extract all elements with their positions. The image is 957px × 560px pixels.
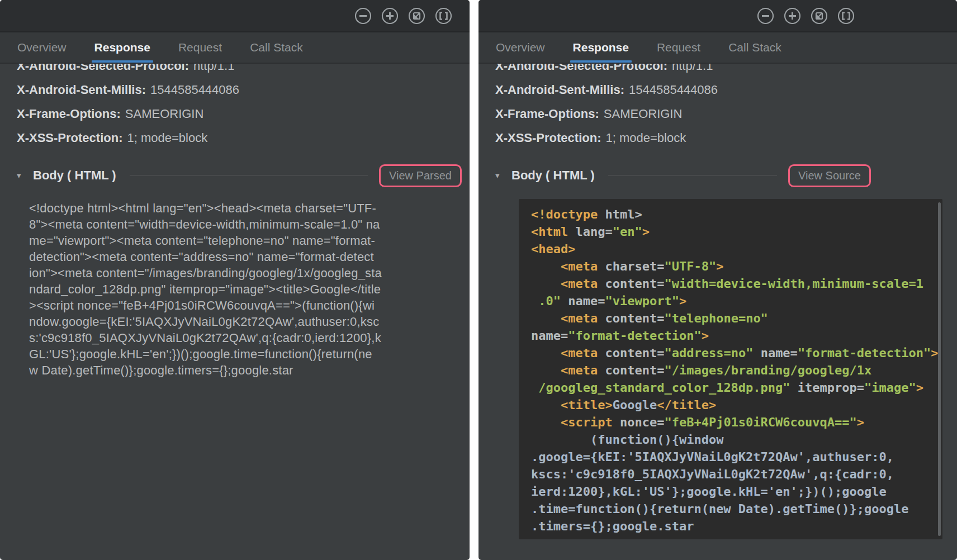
collapse-arrow-icon[interactable]: ▾ <box>495 170 504 181</box>
code-token-str: "feB+4Pj01s0iRCW6couvqA==" <box>664 415 856 429</box>
zoom-in-icon[interactable] <box>783 7 802 25</box>
code-line: <meta content="/images/branding/googleg/… <box>531 362 942 379</box>
inspector-tabbar: OverviewResponseRequestCall Stack <box>0 32 470 64</box>
body-section-title: Body ( HTML ) <box>33 168 116 183</box>
tab-label: Response <box>94 41 150 54</box>
tab-label: Call Stack <box>250 41 303 54</box>
response-headers-list: X-Android-Selected-Protocol:http/1.1X-An… <box>495 64 949 150</box>
tab-overview[interactable]: Overview <box>3 32 80 63</box>
header-value: http/1.1 <box>672 64 713 73</box>
code-line: (function(){window <box>531 431 942 448</box>
code-token-plain <box>531 294 538 308</box>
body-line: detection"><meta content="address=no" na… <box>29 249 462 265</box>
zoom-to-fit-icon[interactable] <box>434 7 453 25</box>
code-line: /googleg_standard_color_128dp.png" itemp… <box>531 379 942 396</box>
tab-label: Overview <box>17 41 67 54</box>
tab-label: Response <box>573 41 629 54</box>
tab-response[interactable]: Response <box>80 32 164 63</box>
code-line: kscs:'c9c918f0_5IAQXJyVNaiL0gK2t72QAw',q… <box>531 466 942 483</box>
response-content: X-Android-Selected-Protocol:http/1.1X-An… <box>478 64 957 539</box>
code-token-attr: name= <box>753 346 797 360</box>
header-value: SAMEORIGIN <box>604 107 683 121</box>
network-inspector-screenshot: OverviewResponseRequestCall Stack X-Andr… <box>0 0 957 560</box>
reset-zoom-icon[interactable] <box>810 7 828 25</box>
section-divider <box>608 175 777 176</box>
body-line: ion"><meta content="/images/branding/goo… <box>29 265 462 281</box>
code-token-tag: <meta <box>561 363 598 377</box>
header-name: X-Android-Selected-Protocol: <box>17 64 189 73</box>
code-token-str: "UTF-8" <box>664 259 716 273</box>
code-scrollbar[interactable] <box>938 202 941 536</box>
body-section-header: ▾ Body ( HTML ) View Source <box>495 160 871 191</box>
code-token-plain <box>531 311 561 325</box>
code-token-tag: <script <box>561 415 613 429</box>
header-name: X-Android-Selected-Protocol: <box>495 64 667 73</box>
code-token-tag: </title> <box>657 398 716 412</box>
code-token-tag: > <box>702 329 709 343</box>
code-token-tag: > <box>931 346 938 360</box>
code-token-attr: itemprop= <box>790 381 864 395</box>
code-token-plain: ierd:1200},kGL:'US'};google.kHL='en';})(… <box>531 485 887 499</box>
code-token-str: "/images/branding/googleg/1x <box>664 363 871 377</box>
code-line: <script nonce="feB+4Pj01s0iRCW6couvqA=="… <box>531 414 942 431</box>
zoom-to-fit-icon[interactable] <box>837 7 855 25</box>
code-token-attr: content= <box>598 311 664 325</box>
reset-zoom-icon[interactable] <box>408 7 426 25</box>
code-token-tag: > <box>916 381 923 395</box>
view-source-button[interactable]: View Source <box>788 164 871 187</box>
header-value: 1544585444086 <box>150 83 239 97</box>
header-name: X-XSS-Protection: <box>495 131 601 145</box>
zoom-controls <box>756 7 855 25</box>
code-token-plain: Google <box>613 398 657 412</box>
code-token-tag: <title> <box>561 398 613 412</box>
code-line: <meta charset="UTF-8"> <box>531 258 942 275</box>
header-row: X-XSS-Protection:1; mode=block <box>17 126 462 150</box>
code-token-plain: .timers={};google.star <box>531 519 694 533</box>
code-token-tag: <meta <box>561 259 598 273</box>
code-token-plain <box>531 277 561 291</box>
collapse-arrow-icon[interactable]: ▾ <box>17 170 26 181</box>
code-token-attr: name= <box>531 329 568 343</box>
code-token-plain: .google={kEI:'5IAQXJyVNaiL0gK2t72QAw',au… <box>531 450 894 464</box>
body-section-header: ▾ Body ( HTML ) View Parsed <box>17 160 462 191</box>
response-headers-list: X-Android-Selected-Protocol:http/1.1X-An… <box>17 64 462 150</box>
code-token-plain: .time=function(){return(new Date).getTim… <box>531 502 909 516</box>
tab-label: Request <box>178 41 222 54</box>
tab-overview[interactable]: Overview <box>482 32 559 63</box>
body-line: GL:'US'};google.kHL='en';})();google.tim… <box>29 346 462 362</box>
header-name: X-XSS-Protection: <box>17 131 122 145</box>
code-token-str: "width=device-width,minimum-scale=1 <box>664 277 923 291</box>
code-token-str: "image" <box>864 381 916 395</box>
tab-request[interactable]: Request <box>164 32 236 63</box>
code-line: <title>Google</title> <box>531 396 942 414</box>
code-token-plain: kscs:'c9c918f0_5IAQXJyVNaiL0gK2t72QAw',q… <box>531 467 894 481</box>
tab-label: Request <box>657 41 700 54</box>
code-line: <meta content="width=device-width,minimu… <box>531 275 942 292</box>
tab-response[interactable]: Response <box>559 32 643 63</box>
header-row: X-Android-Sent-Millis:1544585444086 <box>495 78 949 102</box>
code-token-tag: > <box>642 225 650 239</box>
code-line: <html lang="en"> <box>531 223 942 240</box>
code-token-plain <box>531 363 561 377</box>
header-row: X-XSS-Protection:1; mode=block <box>495 126 949 150</box>
zoom-in-icon[interactable] <box>381 7 399 25</box>
response-panel-parsed: OverviewResponseRequestCall Stack X-Andr… <box>0 0 470 560</box>
code-token-attr: content= <box>598 277 664 291</box>
zoom-out-icon[interactable] <box>756 7 775 25</box>
code-token-tag: > <box>857 415 864 429</box>
tab-call-stack[interactable]: Call Stack <box>236 32 317 63</box>
tab-call-stack[interactable]: Call Stack <box>714 32 795 63</box>
zoom-out-icon[interactable] <box>354 7 372 25</box>
tab-request[interactable]: Request <box>643 32 714 63</box>
header-name: X-Frame-Options: <box>495 107 599 121</box>
code-line: ierd:1200},kGL:'US'};google.kHL='en';})(… <box>531 483 942 500</box>
code-line: name="format-detection"> <box>531 327 942 344</box>
view-parsed-button[interactable]: View Parsed <box>379 164 462 187</box>
parsed-body-text: <!doctype html><html lang="en"><head><me… <box>29 200 462 378</box>
header-value: 1; mode=block <box>127 131 207 145</box>
code-token-str: "telephone=no" <box>664 311 768 325</box>
code-token-tag: <!doctype <box>531 207 598 221</box>
body-line: ndard_color_128dp.png" itemprop="image">… <box>29 281 462 297</box>
code-token-tag: <meta <box>561 311 598 325</box>
body-section-title: Body ( HTML ) <box>511 168 595 183</box>
